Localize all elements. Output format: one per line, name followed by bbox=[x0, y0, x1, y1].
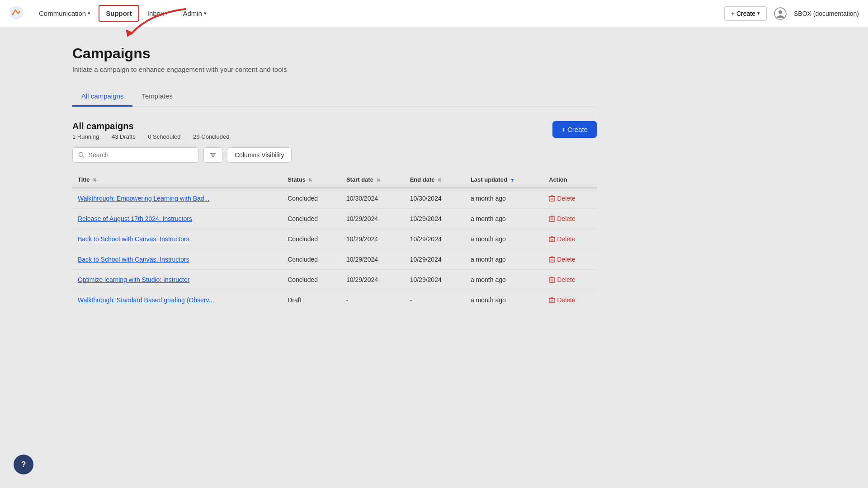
sort-icon-start: ⇅ bbox=[377, 178, 380, 183]
sort-icon-status: ⇅ bbox=[308, 178, 312, 183]
trash-icon bbox=[549, 297, 555, 303]
cell-last-updated: a month ago bbox=[465, 229, 543, 249]
delete-button[interactable]: Delete bbox=[549, 276, 575, 283]
nav-item-support[interactable]: Support bbox=[99, 5, 139, 22]
table-row: Walkthrough: Standard Based grading (Obs… bbox=[72, 290, 597, 310]
col-status[interactable]: Status ⇅ bbox=[282, 172, 341, 188]
table-header: Title ⇅ Status ⇅ Start date ⇅ End date ⇅… bbox=[72, 172, 597, 188]
page-subtitle: Initiate a campaign to enhance engagemen… bbox=[72, 66, 597, 73]
delete-button[interactable]: Delete bbox=[549, 256, 575, 263]
toolbar: Columns Visibility bbox=[72, 147, 597, 163]
cell-status: Concluded bbox=[282, 188, 341, 209]
chevron-down-icon: ▾ bbox=[88, 10, 90, 16]
cell-status: Concluded bbox=[282, 270, 341, 290]
nav-item-admin[interactable]: Admin ▾ bbox=[176, 6, 213, 21]
svg-rect-18 bbox=[549, 237, 555, 242]
filter-button[interactable] bbox=[203, 147, 222, 163]
tab-all-campaigns[interactable]: All campaigns bbox=[72, 87, 132, 107]
help-button[interactable]: ? bbox=[14, 455, 33, 474]
svg-line-6 bbox=[83, 156, 84, 157]
cell-start-date: 10/29/2024 bbox=[341, 229, 405, 249]
section-title: All campaigns bbox=[72, 121, 229, 131]
svg-rect-22 bbox=[549, 258, 555, 262]
user-avatar-icon[interactable] bbox=[774, 7, 787, 20]
tab-templates[interactable]: Templates bbox=[132, 87, 181, 107]
nav-items: Communication ▾ Support Inbox ▾ Admin ▾ bbox=[33, 5, 724, 22]
col-start-date[interactable]: Start date ⇅ bbox=[341, 172, 405, 188]
delete-button[interactable]: Delete bbox=[549, 195, 575, 202]
campaign-title-link[interactable]: Optimize learning with Studio: Instructo… bbox=[78, 276, 189, 283]
cell-title: Walkthrough: Empowering Learning with Ba… bbox=[72, 188, 282, 209]
cell-title: Back to School with Canvas: Instructors bbox=[72, 249, 282, 270]
cell-title: Walkthrough: Standard Based grading (Obs… bbox=[72, 290, 282, 310]
cell-title: Optimize learning with Studio: Instructo… bbox=[72, 270, 282, 290]
cell-title: Back to School with Canvas: Instructors bbox=[72, 229, 282, 249]
campaign-title-link[interactable]: Walkthrough: Standard Based grading (Obs… bbox=[78, 296, 214, 304]
cell-last-updated: a month ago bbox=[465, 188, 543, 209]
cell-start-date: 10/29/2024 bbox=[341, 249, 405, 270]
search-box[interactable] bbox=[72, 147, 199, 163]
campaign-title-link[interactable]: Walkthrough: Empowering Learning with Ba… bbox=[78, 195, 209, 202]
campaign-title-link[interactable]: Release of August 17th 2024: Instructors bbox=[78, 215, 192, 222]
cell-status: Draft bbox=[282, 290, 341, 310]
cell-action: Delete bbox=[543, 290, 597, 310]
navbar: Communication ▾ Support Inbox ▾ Admin ▾ … bbox=[0, 0, 868, 27]
campaign-title-link[interactable]: Back to School with Canvas: Instructors bbox=[78, 235, 189, 243]
columns-visibility-button[interactable]: Columns Visibility bbox=[227, 147, 292, 163]
sort-icon-end: ⇅ bbox=[438, 178, 441, 183]
main-content: Campaigns Initiate a campaign to enhance… bbox=[0, 27, 633, 328]
chevron-down-icon: ▾ bbox=[204, 10, 207, 16]
trash-icon bbox=[549, 256, 555, 263]
cell-title: Release of August 17th 2024: Instructors bbox=[72, 209, 282, 229]
nav-item-communication[interactable]: Communication ▾ bbox=[33, 6, 97, 21]
campaign-title-link[interactable]: Back to School with Canvas: Instructors bbox=[78, 256, 189, 263]
cell-start-date: 10/29/2024 bbox=[341, 270, 405, 290]
cell-end-date: 10/30/2024 bbox=[405, 188, 465, 209]
cell-action: Delete bbox=[543, 270, 597, 290]
chevron-down-icon: ▾ bbox=[757, 10, 760, 16]
cell-action: Delete bbox=[543, 229, 597, 249]
cell-last-updated: a month ago bbox=[465, 270, 543, 290]
stat-drafts: 43 Drafts bbox=[112, 133, 136, 140]
col-last-updated[interactable]: Last updated ▼ bbox=[465, 172, 543, 188]
sort-icon-title: ⇅ bbox=[93, 178, 96, 183]
app-logo[interactable] bbox=[9, 5, 33, 22]
nav-create-button[interactable]: + Create ▾ bbox=[724, 6, 767, 21]
cell-start-date: 10/29/2024 bbox=[341, 209, 405, 229]
cell-end-date: 10/29/2024 bbox=[405, 249, 465, 270]
svg-rect-14 bbox=[549, 217, 555, 221]
create-campaign-button[interactable]: + Create bbox=[552, 121, 597, 138]
section-title-block: All campaigns 1 Running · 43 Drafts · 0 … bbox=[72, 121, 229, 140]
cell-action: Delete bbox=[543, 188, 597, 209]
cell-start-date: 10/30/2024 bbox=[341, 188, 405, 209]
delete-button[interactable]: Delete bbox=[549, 215, 575, 222]
table-row: Optimize learning with Studio: Instructo… bbox=[72, 270, 597, 290]
search-input[interactable] bbox=[89, 151, 193, 159]
cell-action: Delete bbox=[543, 209, 597, 229]
chevron-down-icon: ▾ bbox=[165, 10, 168, 16]
trash-icon bbox=[549, 236, 555, 242]
cell-end-date: 10/29/2024 bbox=[405, 209, 465, 229]
cell-end-date: 10/29/2024 bbox=[405, 229, 465, 249]
sbox-label: SBOX (documentation) bbox=[794, 10, 859, 17]
svg-point-0 bbox=[9, 6, 23, 19]
cell-last-updated: a month ago bbox=[465, 249, 543, 270]
delete-button[interactable]: Delete bbox=[549, 235, 575, 243]
trash-icon bbox=[549, 195, 555, 202]
svg-rect-10 bbox=[549, 197, 555, 201]
page-title: Campaigns bbox=[72, 45, 597, 62]
sort-icon-updated: ▼ bbox=[510, 178, 514, 183]
table-row: Back to School with Canvas: InstructorsC… bbox=[72, 229, 597, 249]
trash-icon bbox=[549, 277, 555, 283]
table-row: Walkthrough: Empowering Learning with Ba… bbox=[72, 188, 597, 209]
stat-scheduled: 0 Scheduled bbox=[148, 133, 180, 140]
delete-button[interactable]: Delete bbox=[549, 296, 575, 304]
cell-end-date: - bbox=[405, 290, 465, 310]
col-action: Action bbox=[543, 172, 597, 188]
table-row: Release of August 17th 2024: Instructors… bbox=[72, 209, 597, 229]
nav-item-inbox[interactable]: Inbox ▾ bbox=[141, 6, 175, 21]
svg-point-1 bbox=[12, 14, 14, 15]
col-title[interactable]: Title ⇅ bbox=[72, 172, 282, 188]
trash-icon bbox=[549, 216, 555, 222]
col-end-date[interactable]: End date ⇅ bbox=[405, 172, 465, 188]
